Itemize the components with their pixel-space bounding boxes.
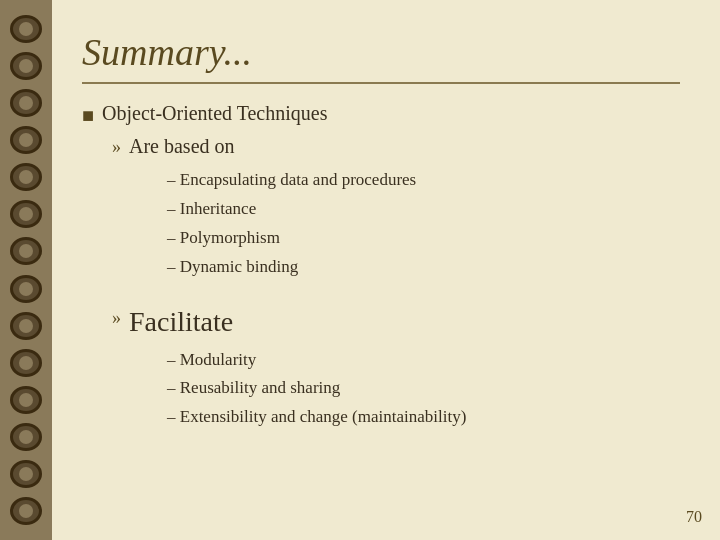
slide-content: Summary... ■ Object-Oriented Techniques … xyxy=(52,0,720,540)
spiral-ring xyxy=(10,15,42,43)
spiral-ring xyxy=(10,275,42,303)
sub-bullet-facilitate: » Facilitate xyxy=(112,306,680,338)
spiral-binding xyxy=(0,0,52,540)
are-based-on-label: Are based on xyxy=(129,135,235,158)
bullet-marker: ■ xyxy=(82,104,94,127)
spiral-ring xyxy=(10,52,42,80)
spiral-ring xyxy=(10,423,42,451)
list-item: – Dynamic binding xyxy=(167,253,680,282)
spiral-ring xyxy=(10,386,42,414)
spiral-ring xyxy=(10,349,42,377)
spiral-ring xyxy=(10,126,42,154)
spiral-ring xyxy=(10,460,42,488)
spiral-ring xyxy=(10,163,42,191)
facilitate-label: Facilitate xyxy=(129,306,233,338)
slide-wrapper: Summary... ■ Object-Oriented Techniques … xyxy=(0,0,720,540)
page-number: 70 xyxy=(686,508,702,526)
spiral-ring xyxy=(10,497,42,525)
list-item: – Inheritance xyxy=(167,195,680,224)
list-item: – Extensibility and change (maintainabil… xyxy=(167,403,680,432)
slide-title: Summary... xyxy=(82,30,680,74)
main-bullet-oot: ■ Object-Oriented Techniques xyxy=(82,102,680,127)
chevron-right-icon: » xyxy=(112,308,121,329)
list-item: – Polymorphism xyxy=(167,224,680,253)
chevron-right-icon: » xyxy=(112,137,121,158)
spiral-ring xyxy=(10,200,42,228)
title-divider xyxy=(82,82,680,84)
spiral-ring xyxy=(10,89,42,117)
spiral-ring xyxy=(10,312,42,340)
facilitate-items: – Modularity – Reusability and sharing –… xyxy=(167,346,680,433)
main-bullet-label: Object-Oriented Techniques xyxy=(102,102,327,125)
sub-bullet-are-based-on: » Are based on xyxy=(112,135,680,158)
are-based-on-items: – Encapsulating data and procedures – In… xyxy=(167,166,680,282)
spiral-ring xyxy=(10,237,42,265)
list-item: – Reusability and sharing xyxy=(167,374,680,403)
list-item: – Encapsulating data and procedures xyxy=(167,166,680,195)
list-item: – Modularity xyxy=(167,346,680,375)
